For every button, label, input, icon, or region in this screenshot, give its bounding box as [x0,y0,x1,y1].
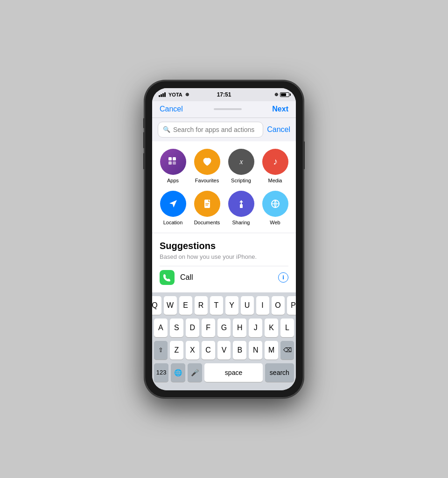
categories-grid: Apps Favourites x [152,141,296,233]
category-documents[interactable]: Documents [192,191,222,225]
battery-fill [281,93,286,96]
category-favourites[interactable]: Favourites [192,149,222,183]
search-bar-area: 🔍 Cancel [152,118,296,141]
key-r[interactable]: R [195,296,208,315]
search-key[interactable]: search [265,363,294,382]
phone-device: YOTA ⊛ 17:51 ⊕ Cancel Next [145,81,303,398]
category-sharing[interactable]: Sharing [226,191,256,225]
key-m[interactable]: M [265,341,278,360]
key-y[interactable]: Y [225,296,238,315]
numbers-key[interactable]: 123 [154,363,168,382]
key-s[interactable]: S [170,319,183,337]
category-scripting[interactable]: x Scripting [226,149,256,183]
keyboard-row-1: Q W E R T Y U I O P [154,296,294,315]
keyboard: Q W E R T Y U I O P A S D F G [152,292,296,390]
category-web[interactable]: Web [260,191,290,225]
space-key[interactable]: space [204,363,262,382]
shift-key[interactable]: ⇧ [154,341,168,360]
signal-bars [159,92,166,97]
search-input-wrap[interactable]: 🔍 [158,122,263,138]
key-q[interactable]: Q [152,296,161,315]
key-a[interactable]: A [154,319,168,337]
key-p[interactable]: P [287,296,296,315]
call-suggestion-label: Call [180,273,193,282]
category-location[interactable]: Location [158,191,188,225]
status-bar: YOTA ⊛ 17:51 ⊕ [152,88,296,101]
svg-text:♪: ♪ [273,156,278,166]
location-status-icon: ⊕ [274,92,278,97]
key-k[interactable]: K [265,319,278,337]
location-label: Location [163,220,183,225]
key-w[interactable]: W [164,296,177,315]
nav-next-button[interactable]: Next [272,105,288,113]
svg-rect-1 [173,157,176,160]
keyboard-row-2: A S D F G H J K L [154,319,294,337]
key-i[interactable]: I [256,296,269,315]
call-info-button[interactable]: i [278,272,288,283]
key-z[interactable]: Z [170,341,183,360]
battery-icon [280,92,289,97]
key-b[interactable]: B [233,341,246,360]
phone-screen: YOTA ⊛ 17:51 ⊕ Cancel Next [152,88,296,390]
mic-key[interactable]: 🎤 [188,363,202,382]
clock: 17:51 [217,91,231,98]
category-apps[interactable]: Apps [158,149,188,183]
key-j[interactable]: J [249,319,262,337]
call-app-icon [160,270,175,285]
svg-text:x: x [239,158,243,166]
suggestions-title: Suggestions [160,241,288,251]
svg-rect-7 [205,203,209,204]
location-icon [160,191,186,217]
svg-rect-9 [240,204,243,208]
keyboard-row-4: 123 🌐 🎤 space search [154,363,294,382]
suggestion-call-row[interactable]: Call i [160,266,288,289]
favourites-label: Favourites [195,178,219,183]
category-media[interactable]: ♪ Media [260,149,290,183]
key-v[interactable]: V [217,341,231,360]
suggestion-call-left: Call [160,270,193,285]
nav-bar: Cancel Next [152,101,296,118]
key-n[interactable]: N [249,341,262,360]
key-u[interactable]: U [241,296,254,315]
status-bar-left: YOTA ⊛ [159,92,189,97]
wifi-icon: ⊛ [185,92,189,97]
search-icon: 🔍 [163,126,170,133]
search-input[interactable] [173,126,258,133]
key-h[interactable]: H [233,319,246,337]
screen-content: YOTA ⊛ 17:51 ⊕ Cancel Next [152,88,296,390]
documents-icon [194,191,220,217]
signal-bar-2 [161,94,162,97]
media-label: Media [268,178,282,183]
status-bar-right: ⊕ [274,92,289,97]
key-o[interactable]: O [272,296,285,315]
scripting-label: Scripting [231,178,251,183]
apps-label: Apps [167,178,179,183]
key-e[interactable]: E [179,296,192,315]
globe-key[interactable]: 🌐 [171,363,185,382]
volume-down-button [143,153,145,169]
nav-cancel-button[interactable]: Cancel [160,105,183,113]
suggestions-section: Suggestions Based on how you use your iP… [152,233,296,292]
apps-icon [160,149,186,175]
scripting-icon: x [228,149,254,175]
media-icon: ♪ [262,149,288,175]
keyboard-row-3: ⇧ Z X C V B N M ⌫ [154,341,294,360]
web-label: Web [270,220,280,225]
carrier-label: YOTA [168,92,182,97]
svg-rect-0 [168,157,172,160]
key-x[interactable]: X [186,341,199,360]
key-d[interactable]: D [186,319,199,337]
search-cancel-button[interactable]: Cancel [267,125,290,134]
key-f[interactable]: F [202,319,215,337]
key-t[interactable]: T [210,296,223,315]
svg-rect-2 [168,161,172,165]
delete-key[interactable]: ⌫ [280,341,294,360]
key-l[interactable]: L [280,319,294,337]
signal-bar-3 [162,93,164,97]
svg-rect-8 [205,205,208,206]
silent-switch [143,118,145,128]
signal-bar-1 [159,95,160,97]
key-g[interactable]: G [217,319,231,337]
favourites-icon [194,149,220,175]
key-c[interactable]: C [202,341,215,360]
